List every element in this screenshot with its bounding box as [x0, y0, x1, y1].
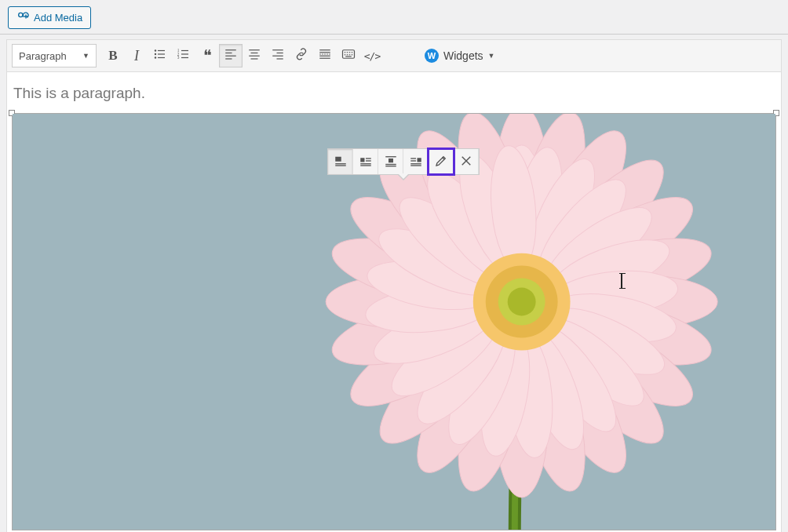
svg-rect-59 [417, 158, 421, 162]
widgets-menu[interactable]: W Widgets ▼ [418, 49, 502, 63]
widgets-w-badge-icon: W [425, 49, 439, 63]
align-left-icon [224, 47, 238, 64]
italic-button[interactable]: I [125, 44, 148, 67]
editor-topbar: Add Media [0, 0, 788, 35]
numbered-list-icon: 123 [177, 47, 191, 64]
align-center-icon [247, 47, 261, 64]
read-more-icon [318, 47, 332, 64]
svg-text:3: 3 [177, 55, 180, 60]
media-icon [16, 10, 29, 25]
code-icon: </> [364, 50, 380, 62]
chevron-down-icon: ▼ [488, 52, 495, 60]
svg-rect-30 [343, 50, 355, 59]
add-media-button[interactable]: Add Media [8, 6, 91, 29]
image-align-center-button[interactable] [378, 149, 403, 174]
svg-point-1 [155, 49, 156, 51]
image-alignment-toolbar [327, 148, 480, 175]
editor-canvas[interactable]: This is a paragraph. [6, 72, 782, 532]
image-align-right-button[interactable] [403, 149, 429, 174]
selected-image[interactable] [12, 113, 776, 530]
align-right-icon [271, 47, 285, 64]
readmore-button[interactable] [313, 44, 337, 67]
keyboard-icon [341, 47, 356, 64]
keyboard-shortcuts-button[interactable] [337, 44, 360, 67]
bulleted-list-icon [153, 47, 167, 64]
align-center-button[interactable] [243, 44, 266, 67]
svg-point-0 [19, 13, 23, 16]
blockquote-button[interactable]: ❝ [195, 44, 219, 67]
format-select-label: Paragraph [19, 50, 67, 62]
align-none-icon [334, 154, 348, 170]
align-center-icon [384, 154, 398, 170]
align-right-icon [409, 154, 423, 170]
close-x-icon [459, 154, 473, 170]
link-icon [294, 47, 308, 64]
align-right-button[interactable] [266, 44, 290, 67]
image-content [13, 114, 775, 530]
svg-rect-50 [360, 158, 364, 162]
image-remove-button[interactable] [454, 149, 479, 174]
svg-rect-56 [389, 159, 393, 162]
link-button[interactable] [290, 44, 313, 67]
toolbar-pointer-icon [397, 174, 410, 180]
align-left-icon [359, 154, 373, 170]
paragraph-text[interactable]: This is a paragraph. [12, 80, 781, 113]
svg-point-46 [508, 288, 536, 316]
numbered-list-button[interactable]: 123 [172, 44, 195, 67]
pencil-edit-icon [434, 154, 448, 170]
add-media-label: Add Media [34, 12, 82, 24]
image-align-left-button[interactable] [353, 149, 378, 174]
toolbar-group-inline: B I 123 ❝ [101, 44, 384, 67]
quote-icon: ❝ [203, 46, 212, 65]
widgets-label: Widgets [443, 49, 483, 62]
bold-button[interactable]: B [101, 44, 125, 67]
code-button[interactable]: </> [360, 44, 384, 67]
editor-toolbar: Paragraph ▼ B I 123 ❝ [6, 39, 782, 72]
align-left-button[interactable] [219, 44, 243, 67]
svg-rect-47 [335, 156, 341, 161]
svg-point-3 [155, 53, 156, 55]
format-select[interactable]: Paragraph ▼ [12, 44, 97, 67]
chevron-down-icon: ▼ [82, 52, 89, 60]
image-edit-button[interactable] [429, 149, 454, 174]
bulleted-list-button[interactable] [148, 44, 172, 67]
svg-point-5 [155, 56, 156, 58]
image-align-none-button[interactable] [328, 149, 353, 174]
text-cursor-icon [621, 273, 622, 289]
